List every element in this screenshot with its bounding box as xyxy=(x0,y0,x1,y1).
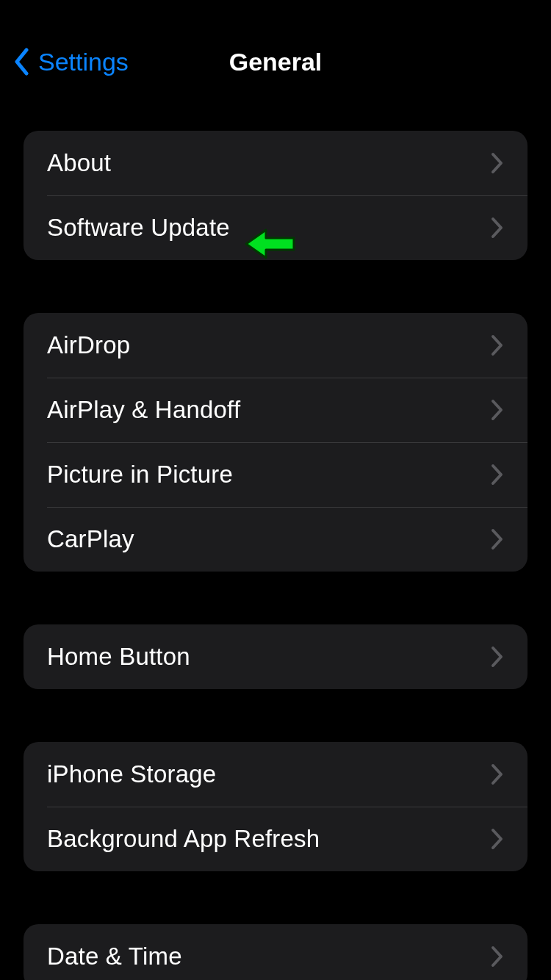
row-label: About xyxy=(47,149,111,177)
row-iphone-storage[interactable]: iPhone Storage xyxy=(24,742,527,807)
chevron-right-icon xyxy=(491,646,504,668)
row-label: Picture in Picture xyxy=(47,461,233,489)
content: About Software Update AirDrop AirPlay & … xyxy=(0,131,551,980)
row-software-update[interactable]: Software Update xyxy=(24,195,527,260)
settings-group: Date & Time xyxy=(24,924,527,980)
row-label: Date & Time xyxy=(47,943,182,970)
chevron-right-icon xyxy=(491,217,504,239)
settings-group: Home Button xyxy=(24,624,527,689)
chevron-right-icon xyxy=(491,464,504,486)
chevron-left-icon xyxy=(13,48,29,76)
settings-group: About Software Update xyxy=(24,131,527,260)
chevron-right-icon xyxy=(491,945,504,968)
row-about[interactable]: About xyxy=(24,131,527,195)
nav-bar: Settings General xyxy=(0,29,551,94)
row-label: AirPlay & Handoff xyxy=(47,396,240,424)
page-title: General xyxy=(229,48,323,76)
settings-group: iPhone Storage Background App Refresh xyxy=(24,742,527,871)
chevron-right-icon xyxy=(491,334,504,356)
row-picture-in-picture[interactable]: Picture in Picture xyxy=(24,442,527,507)
row-carplay[interactable]: CarPlay xyxy=(24,507,527,572)
row-home-button[interactable]: Home Button xyxy=(24,624,527,689)
row-airdrop[interactable]: AirDrop xyxy=(24,313,527,378)
row-airplay-handoff[interactable]: AirPlay & Handoff xyxy=(24,378,527,442)
back-button[interactable]: Settings xyxy=(13,48,129,76)
row-background-app-refresh[interactable]: Background App Refresh xyxy=(24,807,527,871)
settings-group: AirDrop AirPlay & Handoff Picture in Pic… xyxy=(24,313,527,572)
chevron-right-icon xyxy=(491,828,504,850)
row-date-time[interactable]: Date & Time xyxy=(24,924,527,980)
chevron-right-icon xyxy=(491,763,504,785)
row-label: Software Update xyxy=(47,214,230,242)
row-label: CarPlay xyxy=(47,525,134,553)
row-label: Home Button xyxy=(47,643,190,671)
chevron-right-icon xyxy=(491,528,504,550)
row-label: iPhone Storage xyxy=(47,760,216,788)
chevron-right-icon xyxy=(491,152,504,174)
back-label: Settings xyxy=(38,48,129,76)
row-label: Background App Refresh xyxy=(47,825,320,853)
chevron-right-icon xyxy=(491,399,504,421)
row-label: AirDrop xyxy=(47,331,130,359)
